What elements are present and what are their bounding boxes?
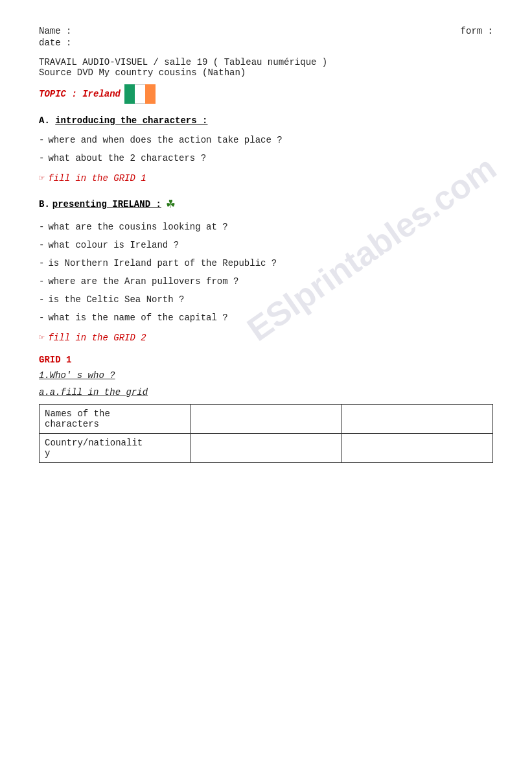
- flag-white: [135, 84, 145, 104]
- date-label: date :: [39, 38, 71, 48]
- table-cell: Names of thecharacters: [40, 405, 191, 434]
- question-text: what colour is Ireland ?: [48, 240, 179, 250]
- question-text: where are the Aran pullovers from ?: [48, 276, 238, 287]
- list-item: what about the 2 characters ?: [39, 153, 493, 163]
- fill-note-b-text: fill in the GRID 2: [48, 333, 146, 343]
- grid1-sub1-text: 1.Who' s who ?: [39, 370, 115, 381]
- header-block: Name : form : date :: [39, 26, 493, 48]
- fill-note-a: fill in the GRID 1: [39, 172, 493, 184]
- question-text: what is the name of the capital ?: [48, 313, 227, 323]
- grid1-sub2: a.a.fill in the grid: [39, 387, 493, 397]
- table-row: Country/nationality: [40, 434, 493, 463]
- grid1-sub2-text: a.a.fill in the grid: [39, 387, 148, 397]
- date-line: date :: [39, 38, 493, 48]
- source-block: TRAVAIL AUDIO-VISUEL / salle 19 ( Tablea…: [39, 57, 493, 78]
- table-row: Names of thecharacters: [40, 405, 493, 434]
- question-text: where and when does the action take plac…: [48, 135, 282, 145]
- source-line2: Source DVD My country cousins (Nathan): [39, 67, 493, 78]
- grid1-table: Names of thecharacters Country/nationali…: [39, 404, 493, 463]
- topic-label: TOPIC : Ireland: [39, 89, 121, 99]
- section-b-letter: B.: [39, 199, 50, 209]
- question-text: is Northern Ireland part of the Republic…: [48, 258, 277, 268]
- section-b-title: B. presenting IRELAND : ☘: [39, 195, 493, 213]
- table-cell: [341, 434, 492, 463]
- list-item: what are the cousins looking at ?: [39, 222, 493, 232]
- section-a-letter: A.: [39, 115, 50, 126]
- shamrock-icon: ☘: [167, 195, 175, 213]
- list-item: what is the name of the capital ?: [39, 313, 493, 323]
- grid1-sub2-underlined: a.fill in the grid: [50, 387, 148, 397]
- table-cell: [341, 405, 492, 434]
- table-cell: [191, 405, 341, 434]
- list-item: what colour is Ireland ?: [39, 240, 493, 250]
- topic-line: TOPIC : Ireland: [39, 84, 493, 104]
- source-line1: TRAVAIL AUDIO-VISUEL / salle 19 ( Tablea…: [39, 57, 493, 67]
- grid1-sub1: 1.Who' s who ?: [39, 370, 493, 381]
- form-label: form :: [461, 26, 493, 36]
- question-text: what about the 2 characters ?: [48, 153, 206, 163]
- list-item: where and when does the action take plac…: [39, 135, 493, 145]
- table-cell: Country/nationality: [40, 434, 191, 463]
- question-text: is the Celtic Sea North ?: [48, 294, 184, 305]
- fill-note-a-text: fill in the GRID 1: [48, 173, 146, 184]
- section-a-text: introducing the characters :: [55, 115, 207, 126]
- table-cell: [191, 434, 341, 463]
- ireland-flag: [124, 84, 156, 104]
- grid1-label: GRID 1: [39, 355, 493, 365]
- flag-orange: [145, 84, 156, 104]
- section-a-questions: where and when does the action take plac…: [39, 135, 493, 163]
- fill-note-b: fill in the GRID 2: [39, 332, 493, 343]
- header-name-form-line: Name : form :: [39, 26, 493, 36]
- name-label: Name :: [39, 26, 71, 36]
- flag-green: [124, 84, 135, 104]
- section-a-title: A. introducing the characters :: [39, 115, 493, 126]
- list-item: where are the Aran pullovers from ?: [39, 276, 493, 287]
- section-b-questions: what are the cousins looking at ? what c…: [39, 222, 493, 323]
- list-item: is Northern Ireland part of the Republic…: [39, 258, 493, 268]
- question-text: what are the cousins looking at ?: [48, 222, 227, 232]
- section-b-text: presenting IRELAND :: [52, 199, 161, 209]
- list-item: is the Celtic Sea North ?: [39, 294, 493, 305]
